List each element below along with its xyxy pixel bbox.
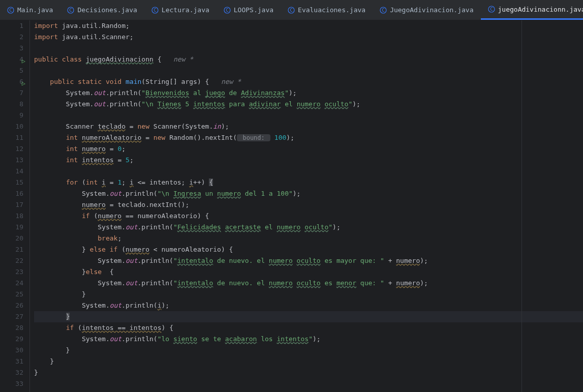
code-line: import java.util.Scanner;	[34, 32, 583, 43]
line-number: 13	[0, 155, 23, 166]
java-class-icon: C	[67, 7, 74, 14]
java-class-icon: C	[288, 7, 295, 14]
code-line: System.out.println("Bienvenidos al juego…	[34, 87, 583, 99]
java-class-icon: C	[224, 7, 231, 14]
line-number: 7	[0, 87, 23, 99]
code-line: for (int i = 1; i <= intentos; i++) {	[34, 177, 583, 188]
line-number: 5	[0, 65, 23, 76]
code-line: System.out.println("intentalo de nuevo. …	[34, 278, 583, 289]
line-number: 3	[0, 43, 23, 54]
line-number: 11	[0, 132, 23, 143]
line-number: 33	[0, 378, 23, 389]
svg-text:C: C	[70, 8, 72, 13]
line-number: 16	[0, 188, 23, 199]
code-line	[34, 378, 583, 389]
code-area[interactable]: import java.util.Random; import java.uti…	[29, 20, 583, 392]
tab-lectura[interactable]: C Lectura.java	[144, 0, 217, 20]
code-line	[34, 166, 583, 177]
tab-main[interactable]: C Main.java	[0, 0, 60, 20]
tab-label: LOOPS.java	[234, 6, 273, 14]
code-line: }	[34, 356, 583, 367]
code-line: }	[34, 289, 583, 300]
tab-label: juegoAdivinacionn.java	[498, 6, 584, 13]
line-number: 15	[0, 177, 23, 188]
svg-text:C: C	[154, 8, 156, 13]
tab-label: Lectura.java	[162, 6, 209, 14]
code-line: System.out.println("\n Ingresa un numero…	[34, 188, 583, 199]
java-class-icon: C	[488, 6, 495, 13]
svg-text:C: C	[9, 8, 12, 13]
line-number: 23	[0, 266, 23, 278]
line-number: 4▷	[0, 54, 23, 65]
line-number: 32	[0, 367, 23, 378]
code-line: }	[34, 311, 583, 322]
java-class-icon: C	[151, 7, 159, 14]
code-line: System.out.println("lo siento se te acab…	[34, 334, 583, 345]
line-number: 9	[0, 110, 23, 121]
line-number: 6▷	[0, 76, 23, 87]
line-number: 17	[0, 199, 23, 210]
line-number: 26	[0, 300, 23, 311]
tab-decisiones[interactable]: C Decisiones.java	[60, 0, 144, 20]
code-line: System.out.println("\n Tienes 5 intentos…	[34, 99, 583, 110]
code-line: int numeroAleatorio = new Random().nextI…	[34, 132, 583, 143]
code-line	[34, 43, 583, 54]
line-number: 8	[0, 99, 23, 110]
line-number: 21	[0, 244, 23, 255]
java-class-icon: C	[7, 7, 14, 14]
line-number: 18	[0, 210, 23, 222]
line-number: 25	[0, 289, 23, 300]
code-line: }	[34, 367, 583, 378]
line-number: 31	[0, 356, 23, 367]
svg-text:C: C	[490, 7, 493, 12]
code-line: numero = teclado.nextInt();	[34, 199, 583, 210]
line-number: 19	[0, 222, 23, 233]
right-margin-line	[521, 20, 522, 392]
code-line: int numero = 0;	[34, 143, 583, 155]
svg-text:C: C	[290, 8, 292, 13]
line-number: 27	[0, 311, 23, 322]
java-class-icon: C	[380, 7, 387, 14]
tab-label: Decisiones.java	[77, 6, 137, 14]
code-line: import java.util.Random;	[34, 20, 583, 32]
svg-text:C: C	[382, 8, 384, 13]
code-line: }	[34, 345, 583, 356]
code-line: System.out.println("Felicidades acertast…	[34, 222, 583, 233]
code-line: break;	[34, 233, 583, 244]
tab-label: JuegoAdivinacion.java	[390, 6, 473, 14]
code-line	[34, 65, 583, 76]
svg-text:C: C	[226, 8, 228, 13]
code-line: System.out.println("intentalo de nuevo. …	[34, 255, 583, 266]
editor[interactable]: 1 2 3 4▷ 5 6▷ 7 8 9 10 11 12 13 14 15 16…	[0, 20, 583, 392]
line-number: 24	[0, 278, 23, 289]
line-number: 22	[0, 255, 23, 266]
tab-loops[interactable]: C LOOPS.java	[217, 0, 281, 20]
line-number: 14	[0, 166, 23, 177]
code-line: Scanner teclado = new Scanner(System.in)…	[34, 121, 583, 132]
tab-evaluaciones[interactable]: C Evaluaciones.java	[281, 0, 373, 20]
line-gutter: 1 2 3 4▷ 5 6▷ 7 8 9 10 11 12 13 14 15 16…	[0, 20, 29, 392]
line-number: 1	[0, 20, 23, 32]
code-line: int intentos = 5;	[34, 155, 583, 166]
code-line: System.out.println(i);	[34, 300, 583, 311]
line-number: 29	[0, 334, 23, 345]
tab-label: Main.java	[17, 6, 53, 14]
tab-label: Evaluaciones.java	[298, 6, 365, 14]
code-line: } else if (numero < numeroAleatorio) {	[34, 244, 583, 255]
line-number: 2	[0, 32, 23, 43]
line-number: 28	[0, 322, 23, 334]
tab-bar: C Main.java C Decisiones.java C Lectura.…	[0, 0, 583, 20]
line-number: 10	[0, 121, 23, 132]
code-line: public static void main(String[] args) {…	[34, 76, 583, 87]
code-line: }else {	[34, 266, 583, 278]
code-line: if (intentos == intentos) {	[34, 322, 583, 334]
code-line: if (numero == numeroAleatorio) {	[34, 210, 583, 222]
line-number: 20	[0, 233, 23, 244]
tab-juegoadivinacionn[interactable]: C juegoAdivinacionn.java ×	[481, 0, 584, 20]
line-number: 12	[0, 143, 23, 155]
line-number: 30	[0, 345, 23, 356]
code-line	[34, 110, 583, 121]
tab-juegoadivinacion[interactable]: C JuegoAdivinacion.java	[373, 0, 480, 20]
code-line: public class juegoAdivinacionn { new *	[34, 54, 583, 65]
